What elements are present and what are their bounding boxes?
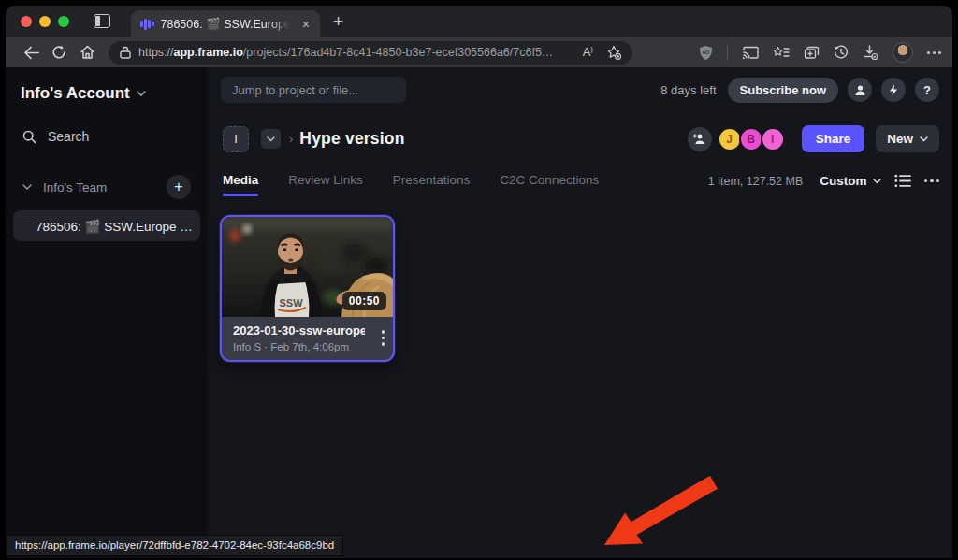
chevron-down-icon [22, 184, 32, 190]
chevron-down-icon [920, 136, 928, 142]
browser-window: 786506: 🎬 SSW.Europe - Wh × + https://ap… [6, 6, 952, 558]
tab-presentations[interactable]: Presentations [393, 173, 471, 196]
search-icon [22, 130, 36, 144]
downloads-icon[interactable] [863, 45, 878, 60]
account-switcher[interactable]: Info's Account [6, 84, 208, 103]
browser-toolbar: https://app.frame.io/projects/176ad4b7-8… [6, 37, 952, 67]
media-card[interactable]: SSW [220, 215, 395, 362]
home-icon[interactable] [73, 45, 101, 60]
search-label: Search [48, 129, 89, 144]
minimize-window-button[interactable] [39, 16, 51, 27]
video-thumbnail[interactable]: SSW [222, 217, 393, 317]
toolbar-divider [727, 44, 728, 61]
question-icon: ? [923, 83, 931, 97]
lock-icon [120, 46, 131, 59]
sidebar-project-item[interactable]: 786506: 🎬 SSW.Europe … [13, 210, 200, 241]
person-icon [854, 84, 866, 96]
sidebar-search[interactable]: Search [6, 129, 208, 144]
tab-strip: 786506: 🎬 SSW.Europe - Wh × + [6, 6, 952, 37]
toolbar-extensions: uO [699, 42, 941, 63]
member-avatar[interactable]: B [739, 127, 763, 151]
frameio-favicon [140, 19, 154, 30]
sort-custom-dropdown[interactable]: Custom [820, 174, 880, 188]
project-header: I › Hype version J B I Share New [208, 103, 952, 152]
close-tab-icon[interactable]: × [299, 16, 312, 33]
share-button[interactable]: Share [802, 125, 865, 152]
annotation-arrow [587, 473, 727, 558]
ublock-shield-icon[interactable]: uO [699, 45, 713, 61]
app-header: 8 days left Subscribe now ? [208, 67, 952, 103]
tab-title: 786506: 🎬 SSW.Europe - Wh [161, 17, 293, 31]
collections-icon[interactable] [804, 45, 820, 60]
member-avatar[interactable]: I [761, 127, 785, 151]
reload-icon[interactable] [45, 45, 73, 60]
zoom-window-button[interactable] [58, 16, 69, 27]
vertical-tabs-icon[interactable] [94, 14, 110, 28]
close-window-button[interactable] [21, 16, 32, 27]
favorites-icon[interactable] [773, 46, 790, 60]
link-preview-statusbar: https://app.frame.io/player/72dffbfd-e78… [6, 535, 343, 556]
cast-icon[interactable] [742, 46, 759, 60]
history-icon[interactable] [834, 45, 849, 60]
add-favorite-icon[interactable] [606, 45, 621, 60]
items-summary: 1 item, 127.52 MB [708, 175, 803, 188]
window-controls [21, 16, 69, 27]
more-options-icon[interactable] [924, 179, 940, 183]
add-member-button[interactable] [688, 127, 712, 151]
subscribe-button[interactable]: Subscribe now [728, 78, 838, 103]
project-tabs: Media Review Links Presentations C2C Con… [208, 152, 952, 196]
card-footer: 2023-01-30-ssw-europe-… Info S · Feb 7th… [222, 317, 393, 362]
chevron-down-icon [137, 91, 146, 96]
add-project-button[interactable]: + [167, 175, 191, 199]
sidebar: Info's Account Search Info's Team + 7865… [6, 67, 208, 558]
team-name: Info's Team [43, 180, 107, 194]
browser-tab[interactable]: 786506: 🎬 SSW.Europe - Wh × [131, 10, 320, 37]
new-tab-button[interactable]: + [333, 12, 343, 30]
project-dropdown-button[interactable] [261, 129, 281, 149]
account-members-button[interactable] [848, 78, 872, 102]
tab-review-links[interactable]: Review Links [288, 173, 363, 196]
trial-days-left: 8 days left [660, 83, 716, 97]
address-bar[interactable]: https://app.frame.io/projects/176ad4b7-8… [109, 41, 632, 65]
breadcrumb-separator: › [289, 132, 293, 146]
tab-c2c-connections[interactable]: C2C Connections [500, 173, 599, 196]
account-name: Info's Account [21, 84, 130, 103]
back-icon[interactable] [17, 46, 45, 60]
read-aloud-icon[interactable]: A) [583, 45, 593, 59]
jump-to-input[interactable] [221, 77, 406, 103]
member-avatar[interactable]: J [718, 127, 742, 151]
frameio-app: Info's Account Search Info's Team + 7865… [6, 67, 952, 558]
new-button[interactable]: New [876, 125, 939, 152]
add-person-icon [692, 133, 706, 145]
tab-media[interactable]: Media [223, 173, 258, 196]
project-title: Hype version [299, 129, 404, 149]
asset-title: 2023-01-30-ssw-europe-… [233, 323, 365, 337]
list-view-icon[interactable] [894, 174, 911, 188]
url-text: https://app.frame.io/projects/176ad4b7-8… [138, 46, 553, 59]
new-button-label: New [887, 132, 913, 146]
media-grid: SSW [208, 196, 952, 558]
duration-badge: 00:50 [342, 292, 386, 310]
browser-menu-icon[interactable] [927, 51, 941, 54]
chevron-down-icon [267, 136, 275, 142]
main-panel: 8 days left Subscribe now ? I › H [208, 67, 952, 558]
browser-profile-avatar[interactable] [893, 42, 913, 63]
lightning-icon [889, 84, 898, 96]
kebab-menu-icon[interactable] [382, 330, 385, 346]
svg-text:uO: uO [703, 49, 710, 54]
help-button[interactable]: ? [915, 78, 939, 102]
chevron-down-icon [873, 179, 881, 184]
team-row[interactable]: Info's Team + [6, 175, 208, 199]
upgrade-button[interactable] [881, 78, 906, 102]
svg-text:SSW: SSW [279, 297, 303, 309]
asset-meta: Info S · Feb 7th, 4:06pm [233, 341, 365, 352]
project-avatar[interactable]: I [223, 126, 249, 152]
